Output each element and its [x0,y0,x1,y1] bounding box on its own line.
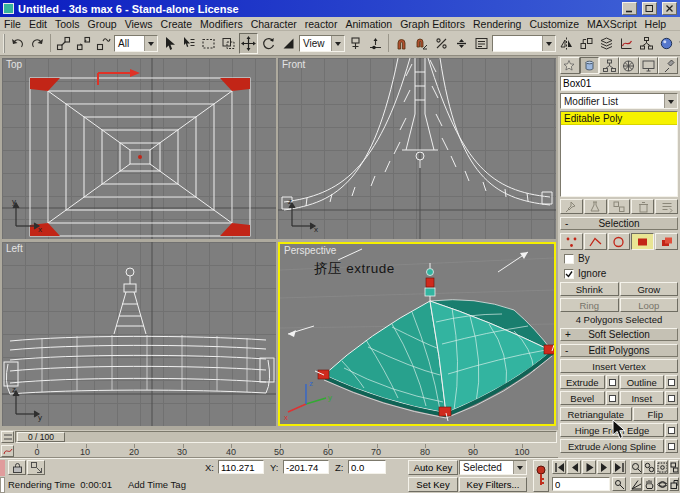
menu-reactor[interactable]: reactor [301,17,342,31]
toolbar-drag-handle[interactable] [3,34,5,53]
hinge-settings-button[interactable] [665,423,678,437]
shrink-button[interactable]: Shrink [560,282,619,296]
tab-modify[interactable] [580,57,600,74]
go-to-start-button[interactable] [552,460,566,474]
menu-maxscript[interactable]: MAXScript [583,17,641,31]
edit-named-selections-button[interactable] [472,33,491,54]
menu-file[interactable]: File [0,17,25,31]
use-pivot-center-button[interactable] [346,33,365,54]
menu-tools[interactable]: Tools [51,17,84,31]
unlink-selection-button[interactable] [74,33,93,54]
menu-help[interactable]: Help [641,17,671,31]
next-frame-button[interactable] [597,460,611,474]
loop-button[interactable]: Loop [620,298,679,312]
viewport-label-front[interactable]: Front [282,59,305,70]
selection-lock-toggle[interactable] [8,460,26,475]
rollout-selection[interactable]: -Selection [560,217,678,230]
inset-settings-button[interactable] [665,391,678,405]
snap-toggle-button[interactable] [392,33,411,54]
modifier-list-dropdown[interactable]: Modifier List [560,93,678,109]
extrude-button[interactable]: Extrude [560,375,605,389]
redo-button[interactable] [28,33,47,54]
menu-customize[interactable]: Customize [525,17,583,31]
extrude-along-spline-button[interactable]: Extrude Along Spline [560,439,664,453]
zoom-extents-button[interactable] [656,460,668,474]
viewport-left[interactable]: y z Left [2,242,276,426]
schematic-view-button[interactable] [637,33,656,54]
set-key-button[interactable]: Set Key [408,477,458,492]
select-object-button[interactable] [159,33,178,54]
angle-snap-button[interactable] [412,33,431,54]
selection-filter-dropdown[interactable]: All [114,35,158,52]
menu-create[interactable]: Create [157,17,197,31]
tab-display[interactable] [639,57,659,74]
material-editor-button[interactable] [657,33,676,54]
outline-settings-button[interactable] [665,375,678,389]
go-to-end-button[interactable] [612,460,626,474]
stack-item-editable-poly[interactable]: Editable Poly [561,112,677,125]
remove-modifier-button[interactable] [631,199,654,214]
make-unique-button[interactable] [608,199,631,214]
mirror-button[interactable] [557,33,576,54]
time-slider-thumb[interactable]: 0 / 100 [17,432,65,442]
menu-character[interactable]: Character [247,17,301,31]
zoom-all-button[interactable] [643,460,655,474]
extrude-settings-button[interactable] [606,375,619,389]
restore-button[interactable] [642,2,657,15]
close-button[interactable] [662,2,677,15]
bind-to-spacewarp-button[interactable] [94,33,113,54]
ring-button[interactable]: Ring [560,298,619,312]
time-slider-track[interactable]: 0 / 100 [15,431,557,443]
reference-coordinate-dropdown[interactable]: View [299,35,345,52]
outline-button[interactable]: Outline [620,375,665,389]
absolute-offset-toggle[interactable] [27,460,45,475]
select-and-manipulate-button[interactable] [366,33,385,54]
border-mode-button[interactable] [608,233,631,250]
x-coordinate-field[interactable] [218,460,264,474]
configure-modifier-sets-button[interactable] [655,199,678,214]
extrude-spline-settings-button[interactable] [665,439,678,453]
menu-group[interactable]: Group [84,17,121,31]
menu-animation[interactable]: Animation [341,17,396,31]
layer-manager-button[interactable] [597,33,616,54]
min-max-toggle-button[interactable] [669,477,679,491]
tab-motion[interactable] [619,57,639,74]
tab-utilities[interactable] [658,57,678,74]
select-and-scale-button[interactable] [279,33,298,54]
vertex-mode-button[interactable] [560,233,583,250]
percent-snap-button[interactable] [432,33,451,54]
inset-button[interactable]: Inset [620,391,665,405]
window-crossing-toggle[interactable] [219,33,238,54]
viewport-label-top[interactable]: Top [6,59,22,70]
time-slider-left-button[interactable] [1,431,14,443]
by-vertex-checkbox[interactable] [564,254,574,264]
tab-create[interactable] [560,57,580,74]
selection-region-button[interactable] [199,33,218,54]
y-coordinate-field[interactable] [283,460,329,474]
viewport-front[interactable]: x z Front [278,58,556,239]
curve-editor-button[interactable] [617,33,636,54]
mini-curve-editor-button[interactable] [1,445,14,457]
select-and-link-button[interactable] [54,33,73,54]
menu-edit[interactable]: Edit [25,17,51,31]
select-by-name-button[interactable] [179,33,198,54]
align-button[interactable] [577,33,596,54]
zoom-extents-all-button[interactable] [669,460,679,474]
grow-button[interactable]: Grow [620,282,679,296]
key-mode-toggle-button[interactable] [612,477,626,491]
rollout-edit-polygons[interactable]: -Edit Polygons [560,344,678,357]
spinner-snap-button[interactable] [452,33,471,54]
pan-button[interactable] [643,477,655,491]
select-and-rotate-button[interactable] [259,33,278,54]
menu-views[interactable]: Views [121,17,157,31]
edge-mode-button[interactable] [584,233,607,250]
maxscript-mini-listener-pink[interactable] [0,460,5,476]
polygon-mode-button[interactable] [631,233,654,250]
pin-stack-button[interactable] [560,199,583,214]
key-mode-dropdown[interactable]: Selected [459,460,527,475]
arc-rotate-button[interactable] [656,477,668,491]
element-mode-button[interactable] [655,233,678,250]
select-and-move-button[interactable] [239,33,258,54]
key-filters-button[interactable]: Key Filters... [459,477,527,492]
auto-key-button[interactable]: Auto Key [408,460,458,475]
